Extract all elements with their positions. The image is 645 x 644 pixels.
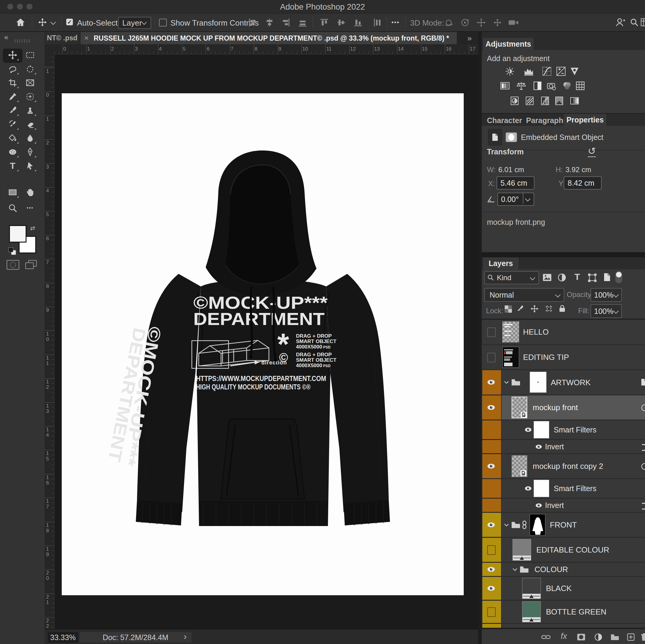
visibility-eye-icon[interactable] — [487, 586, 495, 591]
visibility-eye-icon[interactable] — [487, 379, 495, 385]
brightness-adjustment-icon[interactable] — [505, 66, 515, 76]
workspace-icon[interactable] — [641, 18, 645, 26]
layer-row-editable-colour[interactable]: EDITABLE COLOUR — [482, 538, 645, 563]
toolbar-collapse-button[interactable]: « — [4, 33, 8, 41]
layer-row-smart-filters-1[interactable]: Smart Filters — [482, 420, 645, 440]
filter-toggle[interactable] — [615, 271, 623, 284]
swap-colors-icon[interactable]: ⇄ — [30, 225, 35, 232]
filter-adjustment-icon[interactable] — [558, 273, 566, 282]
align-middle-icon[interactable] — [337, 18, 346, 27]
black-white-adjustment-icon[interactable] — [532, 81, 543, 91]
transform-reset-icon[interactable]: ↺ — [588, 146, 596, 157]
layer-row-editing-tip[interactable]: EDITING TIP — [482, 345, 645, 370]
lock-artboard-icon[interactable] — [545, 305, 553, 313]
layer-thumbnail[interactable] — [502, 347, 519, 368]
filter-smart-object-icon[interactable] — [604, 273, 611, 282]
3d-orbit-icon[interactable] — [444, 18, 453, 27]
layer-row-partial[interactable] — [482, 624, 645, 628]
group-chevron-down-icon[interactable] — [512, 568, 517, 571]
history-brush-tool[interactable] — [6, 118, 19, 130]
hand-tool[interactable] — [23, 186, 37, 199]
blend-mode-dropdown[interactable]: Normal — [484, 288, 564, 302]
marquee-tool[interactable] — [23, 49, 37, 61]
type-tool[interactable]: T — [6, 159, 19, 172]
visibility-eye-icon[interactable] — [535, 444, 542, 449]
toolbar-more-button[interactable]: ••• — [23, 202, 37, 214]
clone-stamp-tool[interactable] — [23, 104, 37, 117]
screen-mode-icon[interactable] — [25, 260, 36, 268]
layer-row-invert-2[interactable]: Invert — [482, 499, 645, 513]
threshold-adjustment-icon[interactable] — [540, 96, 550, 106]
layer-row-invert-1[interactable]: Invert — [482, 440, 645, 454]
doc-info-chevron-icon[interactable]: › — [184, 631, 187, 642]
adjustment-thumbnail[interactable] — [522, 601, 541, 622]
move-tool-icon[interactable] — [38, 18, 47, 26]
move-tool[interactable] — [6, 49, 19, 61]
tab-overflow-button[interactable]: » — [467, 34, 471, 43]
quick-mask-icon[interactable] — [7, 260, 19, 270]
adjustment-thumbnail[interactable] — [522, 578, 541, 599]
mask-thumbnail[interactable] — [530, 514, 545, 536]
tab-paragraph[interactable]: Paragraph — [526, 116, 564, 125]
auto-select-checkbox[interactable]: ✓ — [66, 19, 73, 25]
tab-properties[interactable]: Properties — [564, 114, 607, 126]
layer-row-mockup-front-copy-2[interactable]: mockup front copy 2 — [482, 454, 645, 479]
pen-tool[interactable] — [23, 146, 37, 158]
color-lookup-adjustment-icon[interactable] — [575, 81, 585, 91]
share-user-icon[interactable] — [616, 18, 625, 27]
brush-tool[interactable] — [6, 104, 19, 117]
maximize-button[interactable] — [26, 4, 32, 10]
align-bottom-icon[interactable] — [354, 18, 363, 27]
quick-select-tool[interactable] — [23, 63, 37, 75]
visibility-eye-icon[interactable] — [487, 522, 495, 528]
add-mask-icon[interactable] — [577, 633, 585, 641]
visibility-checkbox[interactable] — [487, 607, 496, 617]
invert-adjustment-icon[interactable] — [509, 96, 520, 106]
exposure-adjustment-icon[interactable] — [556, 66, 566, 76]
smart-object-thumbnail[interactable] — [511, 455, 527, 477]
clipped-right-icon[interactable] — [641, 463, 645, 470]
lasso-tool[interactable] — [6, 63, 19, 75]
3d-pan-icon[interactable] — [476, 18, 486, 27]
opacity-input[interactable]: 100% — [591, 288, 622, 302]
smart-object-thumbnail[interactable] — [511, 397, 527, 418]
align-center-h-icon[interactable] — [265, 18, 274, 27]
tab-close-icon[interactable]: ✕ — [84, 35, 89, 41]
zoom-tool[interactable] — [6, 202, 19, 214]
adjustment-thumbnail[interactable] — [512, 539, 531, 561]
3d-roll-icon[interactable] — [460, 18, 470, 27]
search-icon[interactable] — [630, 18, 638, 26]
gradient-bucket-tool[interactable] — [6, 132, 19, 144]
lock-pixels-icon[interactable] — [516, 305, 524, 313]
tab-layers[interactable]: Layers — [483, 257, 518, 269]
mask-type-icon[interactable] — [505, 132, 517, 142]
rectangle-tool[interactable] — [6, 186, 19, 199]
layer-row-colour-group[interactable]: COLOUR — [482, 563, 645, 577]
layer-row-mockup-front[interactable]: mockup front — [482, 395, 645, 420]
photo-filter-adjustment-icon[interactable] — [547, 81, 557, 91]
eraser-tool[interactable] — [23, 118, 37, 130]
3d-slide-icon[interactable] — [493, 18, 502, 27]
visibility-checkbox[interactable] — [487, 327, 496, 337]
clipped-right-icon[interactable] — [641, 379, 645, 386]
layer-row-artwork-group[interactable]: ARTWORK — [482, 370, 645, 395]
curves-adjustment-icon[interactable] — [542, 66, 552, 76]
layer-filter-dropdown[interactable]: Kind — [484, 271, 539, 284]
healing-brush-tool[interactable] — [23, 90, 37, 103]
layer-row-black[interactable]: BLACK — [482, 577, 645, 601]
fill-input[interactable]: 100% — [591, 304, 622, 318]
layer-thumbnail[interactable] — [502, 321, 519, 342]
layer-row-smart-filters-2[interactable]: Smart Filters — [482, 479, 645, 499]
blend-options-icon[interactable] — [642, 503, 645, 510]
visibility-checkbox[interactable] — [487, 353, 496, 362]
align-right-icon[interactable] — [281, 18, 290, 27]
group-thumbnail[interactable] — [530, 372, 547, 393]
filter-mask-thumbnail[interactable] — [533, 480, 549, 497]
home-icon[interactable] — [16, 18, 25, 27]
x-value[interactable]: 5.46 cm — [500, 179, 527, 188]
visibility-eye-icon[interactable] — [524, 486, 532, 491]
filter-shape-icon[interactable] — [588, 273, 597, 282]
tab-active-document[interactable]: ✕ RUSSELL J265M HOODIE MOCK UP FROM MOCK… — [80, 32, 457, 44]
lock-position-icon[interactable] — [530, 305, 539, 313]
align-left-icon[interactable] — [248, 18, 257, 27]
